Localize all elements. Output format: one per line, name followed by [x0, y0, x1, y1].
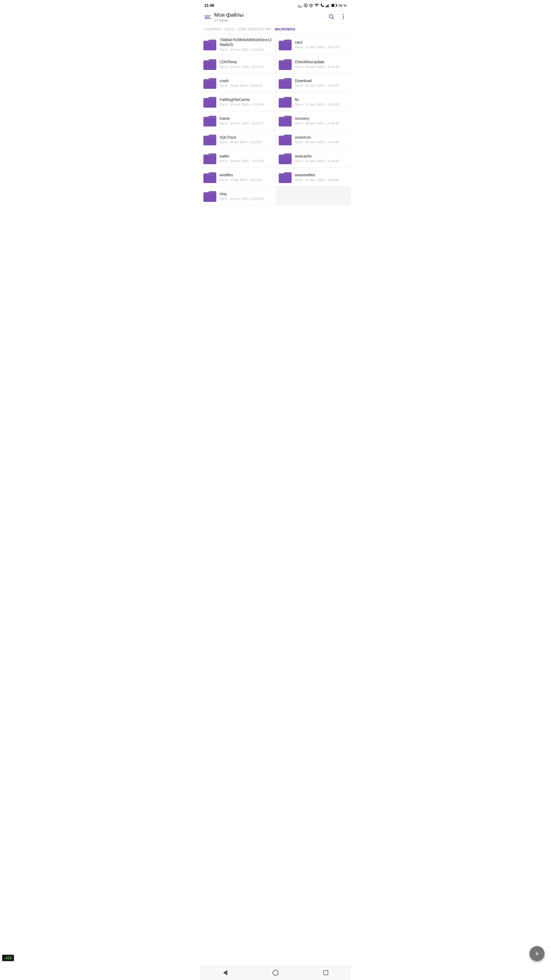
- file-name: SQLTrace: [219, 135, 273, 140]
- bottom-nav: [200, 966, 351, 980]
- alarm-icon: [309, 3, 313, 8]
- file-status: Пусто: [219, 103, 228, 106]
- file-info: CheckResUpdate Пусто 20 сент. 2020 г., 2…: [295, 59, 348, 68]
- recents-button[interactable]: [321, 968, 331, 978]
- file-info: recovery Пусто 28 июл. 2020 г., 15:46:45: [295, 116, 348, 125]
- more-options-button[interactable]: [340, 13, 346, 21]
- folder-icon: [278, 77, 292, 89]
- file-name: CheckResUpdate: [295, 59, 348, 64]
- folder-icon: [203, 152, 217, 164]
- file-name: fts: [295, 97, 348, 102]
- folder-icon: [203, 58, 217, 70]
- svg-point-18: [343, 14, 344, 15]
- file-info: vusericon Пусто 15 сент. 2020 г., 15:14:…: [295, 135, 348, 144]
- file-grid: 70dbb07639b8459b91b93ce12f9a0b25 Пусто 1…: [200, 34, 351, 205]
- file-info: wxafiles Пусто 16 авг. 2020 г., 23:24:42: [219, 173, 273, 181]
- list-item[interactable]: wallet Пусто 15 сент. 2020 г., 15:13:29: [200, 149, 275, 168]
- list-item[interactable]: crash Пусто 28 авг. 2020 г., 00:06:24: [200, 73, 275, 92]
- list-item[interactable]: fts Пусто 15 сент. 2020 г., 15:13:28: [275, 92, 351, 111]
- list-item[interactable]: FailMsgFileCache Пусто 15 сент. 2020 г.,…: [200, 92, 275, 111]
- folder-icon: [278, 152, 292, 164]
- list-item[interactable]: card Пусто 15 сент. 2020 г., 15:13:29: [275, 34, 351, 55]
- settings-icon: [303, 3, 308, 8]
- page-title: Мои файлы: [214, 12, 325, 18]
- folder-icon: [278, 38, 292, 50]
- file-meta: Пусто 15 сент. 2020 г., 15:14:26: [295, 159, 348, 162]
- svg-line-8: [312, 4, 312, 5]
- file-meta: Пусто 20 сент. 2020 г., 20:16:38: [295, 65, 348, 68]
- file-name: CDNTemp: [219, 59, 273, 64]
- file-status: Пусто: [219, 122, 228, 125]
- svg-line-7: [310, 4, 310, 5]
- list-item[interactable]: SQLTrace Пусто 28 авг. 2020 г., 15:26:52: [200, 130, 275, 149]
- file-meta: Пусто 15 сент. 2020 г., 15:13:29: [219, 103, 273, 106]
- file-meta: Пусто 16 авг. 2020 г., 23:24:42: [219, 178, 273, 181]
- back-button[interactable]: [220, 968, 230, 978]
- list-item[interactable]: wxacache Пусто 15 сент. 2020 г., 15:14:2…: [275, 149, 351, 168]
- list-item[interactable]: Game Пусто 20 сент. 2020 г., 15:12:17: [200, 111, 275, 130]
- svg-rect-9: [326, 6, 326, 7]
- list-item[interactable]: wxanewfiles Пусто 15 сент. 2020 г., 15:1…: [275, 168, 351, 186]
- file-name: Game: [219, 116, 273, 121]
- search-button[interactable]: [328, 13, 335, 21]
- file-name: wxafiles: [219, 173, 273, 177]
- folder-icon: [203, 96, 217, 108]
- file-info: FailMsgFileCache Пусто 15 сент. 2020 г.,…: [219, 97, 273, 106]
- file-status: Пусто: [295, 159, 303, 162]
- list-item[interactable]: wxafiles Пусто 16 авг. 2020 г., 23:24:42: [200, 168, 275, 186]
- file-status: Пусто: [219, 84, 228, 87]
- file-status: Пусто: [295, 178, 303, 181]
- file-info: card Пусто 15 сент. 2020 г., 15:13:29: [295, 40, 348, 49]
- breadcrumb-sep-2: ›: [235, 27, 237, 31]
- svg-point-3: [305, 5, 306, 6]
- folder-icon: [203, 190, 217, 202]
- svg-rect-12: [329, 4, 330, 7]
- file-name: crash: [219, 78, 273, 83]
- breadcrumb-data[interactable]: DATA: [225, 27, 234, 31]
- folder-icon: [203, 77, 217, 89]
- status-bar: 21:48 0 KB/s: [200, 0, 351, 10]
- folder-icon: [203, 38, 217, 50]
- list-item[interactable]: vusericon Пусто 15 сент. 2020 г., 15:14:…: [275, 130, 351, 149]
- breadcrumb-tencent[interactable]: COM.TENCENT.MM: [238, 27, 272, 31]
- file-info: crash Пусто 28 авг. 2020 г., 00:06:24: [219, 78, 273, 87]
- file-name: 70dbb07639b8459b91b93ce12f9a0b25: [219, 37, 273, 47]
- breadcrumb-sep-1: ›: [222, 27, 224, 31]
- list-item[interactable]: xlog Пусто 18 сент. 2020 г., 18:15:46: [200, 186, 275, 205]
- page-subtitle: 17 папок: [214, 18, 325, 22]
- file-status: Пусто: [219, 197, 228, 200]
- folder-icon: [278, 96, 292, 108]
- file-info: fts Пусто 15 сент. 2020 г., 15:13:28: [295, 97, 348, 106]
- folder-icon: [203, 171, 217, 183]
- file-meta: Пусто 15 сент. 2020 г., 15:00:13: [219, 48, 273, 51]
- file-name: Download: [295, 78, 348, 83]
- breadcrumb-micromsg[interactable]: MICROMSG: [275, 27, 295, 31]
- file-status: Пусто: [295, 103, 303, 106]
- file-name: wxanewfiles: [295, 173, 348, 177]
- svg-line-6: [311, 6, 311, 6]
- menu-icon[interactable]: [205, 16, 211, 19]
- breadcrumb-android[interactable]: ANDROID: [205, 27, 221, 31]
- file-meta: Пусто 20 сент. 2020 г., 15:12:17: [219, 122, 273, 125]
- file-status: Пусто: [219, 65, 228, 68]
- list-item[interactable]: CDNTemp Пусто 15 сент. 2020 г., 15:13:27: [200, 55, 275, 73]
- data-icon: 0 KB/s: [298, 3, 302, 8]
- file-info: wxacache Пусто 15 сент. 2020 г., 15:14:2…: [295, 154, 348, 162]
- home-button[interactable]: [270, 968, 281, 978]
- list-item[interactable]: recovery Пусто 28 июл. 2020 г., 15:46:45: [275, 111, 351, 130]
- call-icon: [320, 3, 324, 8]
- file-meta: Пусто 15 сент. 2020 г., 15:13:28: [295, 103, 348, 106]
- list-item[interactable]: CheckResUpdate Пусто 20 сент. 2020 г., 2…: [275, 55, 351, 73]
- signal-icon: [326, 3, 330, 7]
- file-info: 70dbb07639b8459b91b93ce12f9a0b25 Пусто 1…: [219, 37, 273, 51]
- file-meta: Пусто 28 авг. 2020 г., 15:26:52: [219, 140, 273, 144]
- list-item[interactable]: Download Пусто 15 сент. 2020 г., 15:13:2…: [275, 73, 351, 92]
- file-meta: Пусто 28 июл. 2020 г., 15:46:45: [295, 122, 348, 125]
- list-item[interactable]: 70dbb07639b8459b91b93ce12f9a0b25 Пусто 1…: [200, 34, 275, 55]
- file-status: Пусто: [295, 46, 303, 49]
- file-name: xlog: [219, 191, 273, 196]
- breadcrumb: ANDROID › DATA › COM.TENCENT.MM › MICROM…: [200, 24, 351, 34]
- file-name: wallet: [219, 154, 273, 159]
- svg-rect-14: [332, 4, 334, 6]
- file-name: wxacache: [295, 154, 348, 159]
